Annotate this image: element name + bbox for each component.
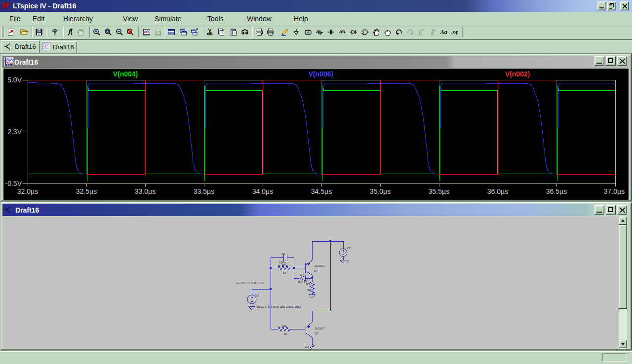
svg-text:E: E [418,29,422,36]
svg-text:V(n006): V(n006) [309,70,334,78]
svg-text:33.0µs: 33.0µs [135,187,156,195]
svg-text:.tran 0 0.1mS 0 0.1uS: .tran 0 0.1mS 0 0.1uS [236,282,264,285]
svg-text:Q?: Q? [314,269,318,272]
svg-text:1K: 1K [284,332,287,335]
svg-text:35.5µs: 35.5µs [429,187,449,195]
svg-text:34.5µs: 34.5µs [311,187,332,195]
svg-text:PULSE(0 5 0.1mS 2nS 0.5uS 1uS): PULSE(0 5 0.1mS 2nS 0.5uS 1uS) [255,305,301,308]
svg-text:Q3: Q3 [305,345,309,348]
svg-text:-0.5V: -0.5V [5,180,22,187]
svg-text:36.5µs: 36.5µs [546,187,567,195]
svg-text:Aa: Aa [440,29,447,36]
svg-text:V(n004): V(n004) [113,70,138,78]
svg-text:32.0µs: 32.0µs [17,187,38,195]
svg-text:A: A [307,30,310,35]
svg-text:R2: R2 [282,325,286,328]
svg-text:D?: D? [300,273,304,276]
svg-text:Q2: Q2 [315,332,319,335]
svg-text:32.5µs: 32.5µs [76,187,97,195]
svg-text:.op: .op [450,30,458,35]
svg-text:2.3V: 2.3V [7,128,22,136]
svg-text:5: 5 [347,260,349,263]
svg-text:2N2907: 2N2907 [315,264,325,267]
svg-text:V(n002): V(n002) [505,70,530,78]
svg-text:V2: V2 [255,294,259,297]
svg-text:33.5µs: 33.5µs [194,187,214,195]
svg-text:C?: C? [281,253,285,255]
svg-text:1K: 1K [283,271,286,274]
svg-text:2N2907: 2N2907 [315,327,325,330]
svg-text:5.0V: 5.0V [7,76,22,84]
svg-text:36.0µs: 36.0µs [487,187,508,195]
svg-text:35.0µs: 35.0µs [370,187,391,195]
svg-text:33: 33 [307,289,311,291]
svg-text:R?: R? [282,264,286,267]
svg-text:37.0µs: 37.0µs [604,187,625,195]
svg-text:R3: R3 [306,283,310,286]
svg-text:34.0µs: 34.0µs [252,187,273,195]
svg-text:V?: V? [347,247,351,250]
